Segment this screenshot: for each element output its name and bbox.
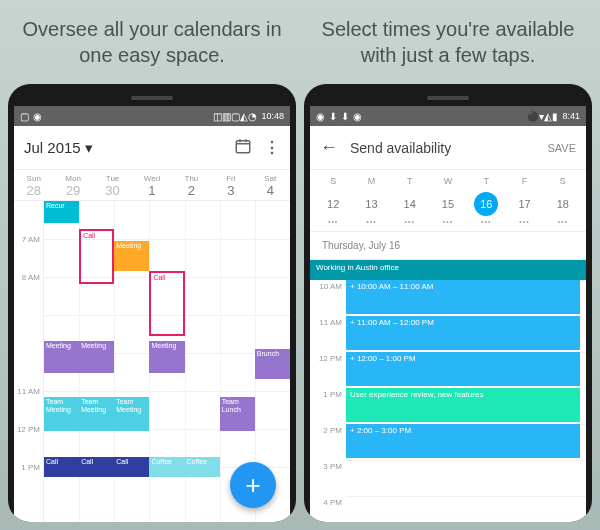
calendar-event[interactable]: Call (79, 457, 114, 477)
day-picker-item[interactable]: S18••• (544, 176, 582, 225)
availability-block[interactable]: + 11:00 AM – 12:00 PM (346, 316, 580, 350)
fab-add-button[interactable]: + (230, 462, 276, 508)
panel-oversee: Oversee all your calendars in one easy s… (8, 8, 296, 522)
calendar-event[interactable]: Coffee (149, 457, 184, 477)
week-header: Sun28 Mon29 Tue30 Wed1 Thu2 Fri3 Sat4 (14, 170, 290, 201)
save-button[interactable]: SAVE (547, 142, 576, 154)
day-picker-item[interactable]: M13••• (352, 176, 390, 225)
calendar-event[interactable]: Meeting (79, 341, 114, 373)
weekday-column[interactable]: Thu2 (172, 170, 211, 200)
today-icon[interactable] (234, 137, 252, 159)
calendar-event[interactable]: Team Meeting (44, 397, 79, 431)
calendar-event[interactable]: Team Meeting (79, 397, 114, 431)
status-time: 10:48 (261, 111, 284, 121)
weekday-column[interactable]: Fri3 (211, 170, 250, 200)
calendar-event[interactable]: Recur (44, 201, 79, 223)
screen-right: ◉⬇⬇◉ ⚫▾◭▮ 8:41 ← Send availability SAVE … (310, 106, 586, 522)
day-picker-item[interactable]: T16••• (467, 176, 505, 225)
calendar-event[interactable]: Meeting (114, 241, 149, 271)
day-picker-item[interactable]: S12••• (314, 176, 352, 225)
availability-block[interactable]: + 10:00 AM – 11:00 AM (346, 280, 580, 314)
date-label: Thursday, July 16 (310, 232, 586, 260)
status-time: 8:41 (562, 111, 580, 121)
availability-block[interactable]: + 2:00 – 3:00 PM (346, 424, 580, 458)
panel-availability: Select times you're available with just … (304, 8, 592, 522)
weekday-column[interactable]: Mon29 (53, 170, 92, 200)
day-picker: S12••• M13••• T14••• W15••• T16••• F17••… (310, 170, 586, 232)
weekday-column[interactable]: Sun28 (14, 170, 53, 200)
caption-text: Oversee all your calendars in one easy s… (8, 8, 296, 84)
calendar-event[interactable]: Call (44, 457, 79, 477)
day-picker-item[interactable]: F17••• (505, 176, 543, 225)
calendar-appbar: Jul 2015 ▾ ⋮ (14, 126, 290, 170)
time-column: 10 AM11 AM12 PM1 PM2 PM3 PM4 PM (310, 280, 346, 522)
weekday-column[interactable]: Tue30 (93, 170, 132, 200)
calendar-event[interactable]: Call (114, 457, 149, 477)
overflow-icon[interactable]: ⋮ (264, 138, 280, 157)
availability-block[interactable]: + 12:00 – 1:00 PM (346, 352, 580, 386)
weekday-column[interactable]: Sat4 (251, 170, 290, 200)
phone-frame-left: ▢◉ ◫▥▢◭◔ 10:48 Jul 2015 ▾ ⋮ Sun28 Mon29 … (8, 84, 296, 522)
calendar-event[interactable]: Meeting (149, 341, 184, 373)
status-bar: ◉⬇⬇◉ ⚫▾◭▮ 8:41 (310, 106, 586, 126)
calendar-event[interactable]: Meeting (44, 341, 79, 373)
month-picker[interactable]: Jul 2015 ▾ (24, 139, 222, 157)
calendar-grid: 7 AM8 AM11 AM12 PM1 PM RecurCallMeetingC… (14, 201, 290, 522)
calendar-event[interactable]: Coffee (185, 457, 220, 477)
phone-speaker (427, 96, 469, 100)
calendar-event[interactable]: Call (149, 271, 184, 336)
allday-event[interactable]: Working in Austin office (310, 260, 586, 280)
day-picker-item[interactable]: T14••• (391, 176, 429, 225)
calendar-event[interactable]: Call (79, 229, 114, 284)
day-picker-item[interactable]: W15••• (429, 176, 467, 225)
hour-column: 7 AM8 AM11 AM12 PM1 PM (14, 201, 44, 522)
slot-column[interactable]: + 10:00 AM – 11:00 AM+ 11:00 AM – 12:00 … (346, 280, 586, 522)
schedule-grid: 10 AM11 AM12 PM1 PM2 PM3 PM4 PM + 10:00 … (310, 280, 586, 522)
caption-text: Select times you're available with just … (304, 8, 592, 84)
calendar-event[interactable]: Brunch (255, 349, 290, 379)
availability-appbar: ← Send availability SAVE (310, 126, 586, 170)
availability-block[interactable]: User experience review, new features (346, 388, 580, 422)
phone-frame-right: ◉⬇⬇◉ ⚫▾◭▮ 8:41 ← Send availability SAVE … (304, 84, 592, 522)
weekday-column[interactable]: Wed1 (132, 170, 171, 200)
page-title: Send availability (350, 140, 547, 156)
calendar-event[interactable]: Team Lunch (220, 397, 255, 431)
status-bar: ▢◉ ◫▥▢◭◔ 10:48 (14, 106, 290, 126)
calendar-event[interactable]: Team Meeting (114, 397, 149, 431)
svg-rect-0 (236, 140, 250, 152)
back-icon[interactable]: ← (320, 137, 338, 158)
screen-left: ▢◉ ◫▥▢◭◔ 10:48 Jul 2015 ▾ ⋮ Sun28 Mon29 … (14, 106, 290, 522)
phone-speaker (131, 96, 173, 100)
